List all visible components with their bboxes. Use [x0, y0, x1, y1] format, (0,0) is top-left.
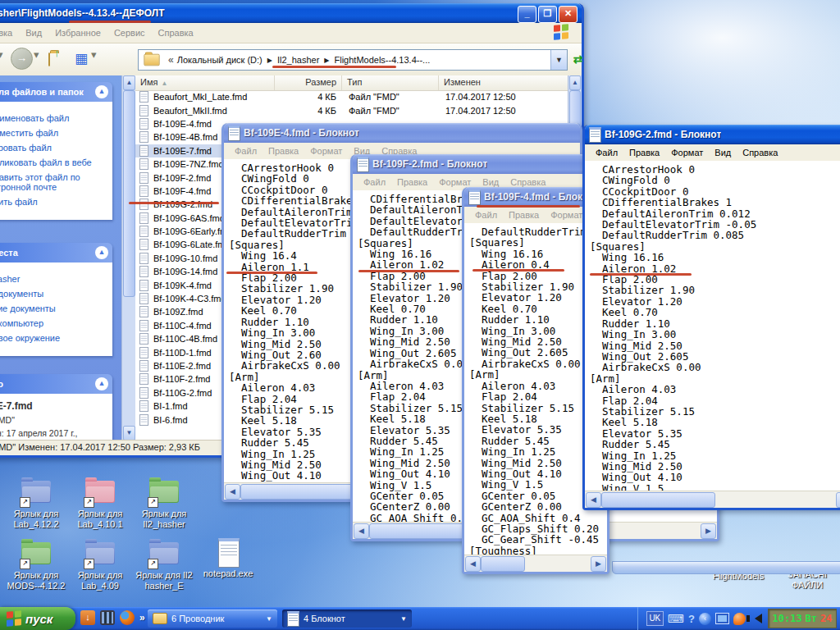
notepad-menu-item[interactable]: Формат — [671, 148, 703, 158]
hidden-window-bottom-edge[interactable] — [612, 561, 840, 574]
place-link[interactable]: Сетевое окружение — [0, 333, 109, 343]
breadcrumb-folder[interactable]: Il2_hasher — [277, 55, 319, 65]
collapse-chevron-icon[interactable]: ▲ — [95, 246, 108, 259]
media-player-icon[interactable] — [100, 610, 115, 625]
help-tray-icon[interactable]: ? — [688, 613, 695, 625]
scrollbar-thumb[interactable] — [123, 90, 135, 297]
keyboard-icon[interactable]: ⌨ — [668, 612, 684, 625]
maximize-button[interactable]: ❐ — [538, 6, 557, 23]
quick-launch-overflow-icon[interactable]: » — [139, 612, 145, 623]
notepad-menu-item[interactable]: Файл — [596, 148, 618, 158]
scroll-down-icon[interactable]: ▼ — [123, 426, 135, 441]
column-type[interactable]: Тип — [342, 75, 439, 90]
desktop-shortcut-lab4101[interactable]: ↗ Ярлык для Lab_4.10.1 — [69, 478, 131, 530]
scroll-up-icon[interactable]: ▲ — [123, 75, 135, 90]
minimize-button[interactable]: _ — [518, 6, 536, 23]
breadcrumb-current[interactable]: FlightModels--4.13.4--... — [334, 55, 430, 65]
taskbar-button-explorer-group[interactable]: 6 Проводник ▼ — [148, 609, 277, 628]
scroll-left-icon[interactable]: ◀ — [354, 523, 369, 539]
group-dropdown-icon[interactable]: ▼ — [400, 615, 407, 623]
download-manager-icon[interactable]: ↓ — [80, 610, 95, 625]
details-header[interactable]: Подробно ▲ — [0, 374, 112, 394]
notepad-menu-item[interactable]: Вид — [714, 148, 731, 158]
forward-dropdown-icon[interactable]: ▾ — [34, 48, 39, 61]
task-link[interactable]: Переместить файл — [0, 128, 109, 138]
notepad-menu-item[interactable]: Файл — [363, 177, 386, 187]
task-link[interactable]: Переименовать файл — [0, 113, 109, 123]
address-dropdown-icon[interactable]: ▼ — [550, 50, 567, 70]
language-indicator[interactable]: UK — [646, 611, 664, 626]
desktop-shortcut-lab409[interactable]: ↗ Ярлык для Lab_4.09 — [69, 540, 131, 591]
column-modified[interactable]: Изменен — [439, 75, 568, 90]
desktop-shortcut-il2hasher[interactable]: ↗ Ярлык для Il2_hasher — [133, 478, 195, 530]
notepad-title-bar[interactable]: Bf-109E-4.fmd - Блокнот — [224, 123, 580, 143]
task-link[interactable]: Отправить этот файл по электронной почте — [0, 172, 109, 192]
scrollbar-thumb[interactable] — [601, 492, 715, 508]
collapse-chevron-icon[interactable]: ▲ — [95, 85, 108, 98]
notepad-menu-item[interactable]: Формат — [439, 177, 471, 187]
firefox-icon[interactable] — [120, 610, 135, 625]
notepad-menu-item[interactable]: Правка — [268, 146, 299, 156]
forward-button[interactable]: → — [11, 48, 33, 70]
menu-favorites[interactable]: Избранное — [55, 28, 101, 38]
notepad-menu-item[interactable]: Правка — [397, 177, 427, 187]
other-places-header[interactable]: Другие места ▲ — [0, 243, 112, 262]
menu-tools[interactable]: Сервис — [114, 28, 145, 38]
up-folder-button[interactable]: ↑ — [48, 53, 50, 66]
task-link[interactable]: Опубликовать файл в вебе — [0, 158, 109, 167]
menu-edit[interactable]: Правка — [0, 28, 12, 38]
notepad-menu-item[interactable]: Справка — [510, 177, 546, 187]
switcher-tray-icon[interactable]: ‹ — [699, 613, 711, 625]
notepad-title-bar[interactable]: Bf-109G-2.fmd - Блокнот — [585, 125, 840, 144]
start-button[interactable]: пуск — [0, 607, 75, 630]
file-row[interactable]: Beaufort_MkII.fmd 4 КБ Файл "FMD" 17.04.… — [135, 103, 568, 116]
notepad-menu-item[interactable]: Правка — [509, 210, 539, 220]
notepad-menu-item[interactable]: Файл — [475, 210, 497, 220]
views-button[interactable]: ▦ — [75, 52, 88, 66]
back-dropdown-icon[interactable]: ▾ — [0, 48, 3, 61]
file-tasks-header[interactable]: Задачи для файлов и папок ▲ — [0, 82, 112, 102]
horizontal-scrollbar[interactable]: ◀ ▶ — [585, 491, 840, 508]
antivirus-tray-icon[interactable] — [733, 613, 746, 625]
scroll-left-icon[interactable]: ◀ — [465, 556, 481, 572]
collapse-chevron-icon[interactable]: ▲ — [95, 377, 108, 390]
group-dropdown-icon[interactable]: ▼ — [266, 615, 272, 623]
volume-icon[interactable] — [750, 614, 762, 623]
scroll-up-icon[interactable]: ▲ — [569, 75, 581, 90]
tray-clock[interactable]: 10:13 Вт 24 — [768, 609, 837, 628]
scrollbar-thumb[interactable] — [481, 556, 525, 572]
menu-view[interactable]: Вид — [25, 28, 42, 38]
go-button[interactable]: ⇄ — [570, 50, 586, 68]
close-button[interactable]: ✕ — [559, 6, 578, 23]
scroll-left-icon[interactable]: ◀ — [586, 492, 601, 508]
desktop-icon-notepad-exe[interactable]: notepad.exe — [197, 538, 259, 579]
column-name[interactable]: Имя▲ — [135, 75, 275, 90]
desktop-shortcut-il2hasher-e[interactable]: ↗ Ярлык для Il2 hasher_E — [133, 540, 195, 591]
notepad-menu-item[interactable]: Вид — [482, 177, 499, 187]
place-link[interactable]: Мои документы — [0, 289, 109, 299]
scroll-right-icon[interactable]: ▶ — [701, 523, 716, 539]
column-size[interactable]: Размер — [275, 75, 342, 90]
breadcrumb-drive[interactable]: Локальный диск (D:) — [177, 55, 262, 65]
scroll-left-icon[interactable]: ◀ — [225, 484, 240, 500]
file-row[interactable]: Beaufort_MkI_Late.fmd 4 КБ Файл "FMD" 17… — [135, 90, 568, 103]
notepad-menu-item[interactable]: Справка — [742, 148, 778, 158]
place-link[interactable]: Il2_hasher — [0, 274, 109, 284]
taskbar-button-notepad-group[interactable]: 4 Блокнот ▼ — [282, 609, 412, 628]
task-link[interactable]: Копировать файл — [0, 143, 109, 153]
scroll-right-icon[interactable]: ▶ — [591, 556, 606, 572]
notepad-text-area[interactable]: CArrestorHook 0 CWingFold 0 CCockpitDoor… — [585, 161, 840, 491]
desktop-shortcut-mods4122[interactable]: ↗ Ярлык для MODS--4.12.2 — [5, 540, 67, 591]
desktop-shortcut-lab4122[interactable]: ↗ Ярлык для Lab_4.12.2 — [5, 478, 67, 530]
menu-help[interactable]: Справка — [158, 28, 194, 38]
sidebar-scrollbar[interactable]: ▲ ▼ — [121, 75, 136, 441]
horizontal-scrollbar[interactable]: ◀ ▶ — [464, 555, 607, 572]
place-link[interactable]: Мой компьютер — [0, 318, 109, 328]
place-link[interactable]: Общие документы — [0, 304, 109, 313]
notepad-menu-item[interactable]: Формат — [550, 210, 582, 220]
views-dropdown-icon[interactable]: ▾ — [91, 48, 97, 61]
network-tray-icon[interactable] — [715, 613, 729, 624]
notepad-menu-item[interactable]: Файл — [235, 146, 257, 156]
scroll-right-icon[interactable]: ▶ — [836, 492, 840, 508]
notepad-menu-item[interactable]: Формат — [310, 146, 342, 156]
